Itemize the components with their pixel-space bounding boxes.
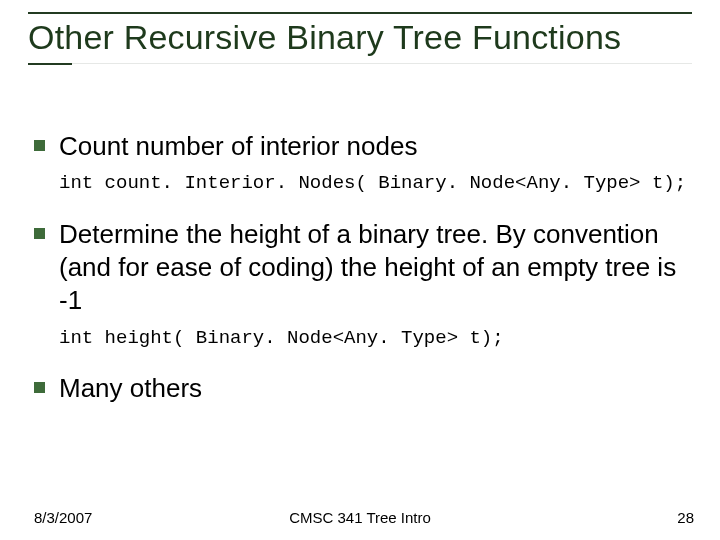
slide-body: Count number of interior nodes int count… xyxy=(34,130,686,414)
code-line: int height( Binary. Node<Any. Type> t); xyxy=(59,326,686,351)
footer-page-number: 28 xyxy=(677,509,694,526)
bullet-text: Many others xyxy=(59,372,202,405)
title-rule-bottom xyxy=(28,63,692,65)
slide-title: Other Recursive Binary Tree Functions xyxy=(28,18,692,57)
code-line: int count. Interior. Nodes( Binary. Node… xyxy=(59,171,686,196)
title-block: Other Recursive Binary Tree Functions xyxy=(28,12,692,65)
square-bullet-icon xyxy=(34,228,45,239)
slide: Other Recursive Binary Tree Functions Co… xyxy=(0,0,720,540)
bullet-text: Count number of interior nodes xyxy=(59,130,417,163)
footer-course: CMSC 341 Tree Intro xyxy=(0,509,720,526)
title-rule-accent xyxy=(28,63,72,65)
title-rule-faint xyxy=(28,63,692,64)
bullet-text: Determine the height of a binary tree. B… xyxy=(59,218,686,318)
title-rule-top xyxy=(28,12,692,14)
list-item: Many others xyxy=(34,372,686,405)
list-item: Count number of interior nodes xyxy=(34,130,686,163)
square-bullet-icon xyxy=(34,382,45,393)
square-bullet-icon xyxy=(34,140,45,151)
list-item: Determine the height of a binary tree. B… xyxy=(34,218,686,318)
